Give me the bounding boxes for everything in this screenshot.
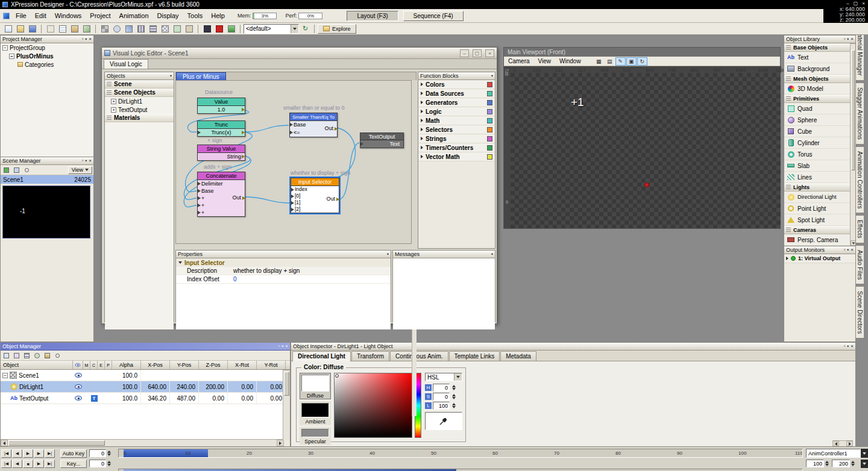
object-row-textoutput[interactable]: Ab TextOutput T 100.0 346.20 487.00 0.00… bbox=[1, 393, 290, 404]
safe-area-icon[interactable]: ▦ bbox=[594, 57, 604, 66]
float-icon[interactable]: ▫ bbox=[844, 344, 846, 349]
menu-edit[interactable]: Edit bbox=[31, 10, 51, 21]
pin-icon[interactable]: ▪ bbox=[85, 37, 87, 42]
object-manager-hscrollbar[interactable] bbox=[1, 439, 284, 446]
function-block-generators[interactable]: Generators bbox=[418, 98, 495, 107]
menu-tools[interactable]: Tools bbox=[183, 10, 207, 21]
node-concatenate[interactable]: Concatenate Delimiter Base + + + Out bbox=[197, 172, 245, 217]
scene-profile-combo[interactable]: <default> bbox=[244, 24, 299, 34]
property-row-description[interactable]: Description whether to display + sign bbox=[176, 267, 391, 275]
anim-controller-combo[interactable]: AnimController1 bbox=[806, 449, 861, 458]
tab-transform[interactable]: Transform bbox=[351, 351, 389, 361]
library-scrollbar[interactable] bbox=[850, 43, 855, 246]
take-online-icon[interactable] bbox=[213, 23, 225, 34]
minimize-button[interactable]: – bbox=[846, 1, 849, 6]
menu-file[interactable]: File bbox=[11, 10, 31, 21]
go-to-start-button[interactable]: |◀ bbox=[1, 449, 11, 458]
objects-section-materials[interactable]: Materials bbox=[105, 114, 174, 122]
object-row-dirlight1[interactable]: DirLight1 100.0 640.00 240.00 200.00 0.0… bbox=[1, 381, 290, 393]
align-left-icon[interactable] bbox=[135, 23, 146, 34]
group-icon[interactable] bbox=[171, 23, 183, 34]
function-block-vector-math[interactable]: Vector Math bbox=[418, 152, 495, 161]
node-string-value[interactable]: String Value String bbox=[197, 145, 245, 161]
object-row-scene1[interactable]: − Scene1 100.0 bbox=[1, 370, 290, 381]
float-icon[interactable]: ▫ bbox=[278, 344, 280, 349]
float-icon[interactable]: ▫ bbox=[844, 248, 846, 252]
function-block-selectors[interactable]: Selectors bbox=[418, 125, 495, 134]
s-spinner-arrows[interactable] bbox=[451, 393, 457, 401]
expand-icon[interactable]: + bbox=[111, 99, 116, 104]
view-dropdown-button[interactable]: View bbox=[68, 166, 92, 174]
open-project-icon[interactable] bbox=[14, 23, 26, 34]
library-item-sphere[interactable]: Sphere bbox=[784, 114, 851, 126]
new-project-icon[interactable] bbox=[2, 23, 14, 34]
properties-group-input-selector[interactable]: Input Selector bbox=[176, 258, 391, 267]
h-spinner-arrows[interactable] bbox=[451, 384, 457, 391]
tab-scene-directors[interactable]: Scene Directors bbox=[856, 286, 864, 338]
library-item-slab[interactable]: Slab bbox=[784, 160, 851, 172]
pin-icon[interactable]: ▪ bbox=[170, 73, 172, 78]
go-to-end-button-2[interactable]: ▶| bbox=[45, 460, 55, 468]
search-icon[interactable] bbox=[53, 352, 62, 360]
go-to-start-button-2[interactable]: |◀ bbox=[1, 460, 11, 468]
tab-metadata[interactable]: Metadata bbox=[500, 351, 536, 361]
viewport-menu-window[interactable]: Window bbox=[555, 58, 585, 64]
close-panel-icon[interactable]: × bbox=[851, 248, 854, 252]
preview-icon[interactable]: ▣ bbox=[626, 57, 637, 66]
range-start-field[interactable]: 0 bbox=[89, 460, 106, 467]
objects-item-textoutput[interactable]: +TextOutput bbox=[105, 105, 174, 114]
tab-visual-logic[interactable]: Visual Logic bbox=[104, 59, 148, 69]
library-item-spot-light[interactable]: Spot Light bbox=[784, 214, 851, 226]
column-y-pos[interactable]: Y-Pos bbox=[170, 361, 199, 369]
specular-swatch-button[interactable]: Specular bbox=[300, 427, 331, 445]
end2-spinner-arrows[interactable] bbox=[850, 460, 856, 467]
float-icon[interactable]: ▫ bbox=[844, 37, 846, 42]
step-back-button[interactable]: ◀ bbox=[12, 449, 22, 458]
library-item-point-light[interactable]: Point Light bbox=[784, 203, 851, 214]
frame-spinner-arrows[interactable] bbox=[106, 449, 112, 457]
close-button[interactable]: × bbox=[485, 49, 494, 57]
tree-item-projectgroup[interactable]: − ProjectGroup bbox=[1, 43, 93, 52]
refresh-icon[interactable]: ↻ bbox=[300, 23, 311, 34]
tab-stagger-animations[interactable]: Stagger Animations bbox=[856, 83, 864, 145]
visibility-eye-icon[interactable] bbox=[75, 396, 82, 401]
column-flag-m[interactable]: M bbox=[83, 361, 90, 369]
pin-icon[interactable]: ▪ bbox=[491, 73, 493, 78]
collapse-icon[interactable]: − bbox=[2, 45, 8, 51]
logic-canvas[interactable]: Datasource Value 1.0 Trunc Trunc(x) + si… bbox=[175, 80, 412, 244]
l-spinner-arrows[interactable] bbox=[451, 402, 457, 410]
objects-item-dirlight1[interactable]: +DirLight1 bbox=[105, 97, 174, 105]
scene-text-object[interactable]: +1 bbox=[571, 96, 584, 109]
step-back-button-2[interactable]: ◀ bbox=[12, 460, 22, 468]
auto-key-button[interactable]: Auto Key bbox=[60, 449, 87, 458]
layout-mode-button[interactable]: Layout (F3) bbox=[347, 11, 398, 21]
library-item-cylinder[interactable]: Cylinder bbox=[784, 137, 851, 149]
play-button[interactable]: ▶ bbox=[23, 449, 33, 458]
viewport-menu-view[interactable]: View bbox=[534, 58, 556, 64]
end1-spinner-arrows[interactable] bbox=[824, 460, 830, 467]
expand-icon[interactable]: + bbox=[111, 107, 116, 113]
library-section-mesh-objects[interactable]: Mesh Objects bbox=[784, 75, 851, 83]
current-frame-field[interactable]: 0 bbox=[89, 449, 106, 457]
column-x-rot[interactable]: X-Rot bbox=[228, 361, 257, 369]
h-spinner[interactable]: 0 bbox=[433, 384, 450, 391]
library-item-directional-light[interactable]: Directional Light bbox=[784, 192, 851, 203]
add-scene-icon[interactable] bbox=[2, 166, 11, 174]
grid-icon[interactable]: ▤ bbox=[605, 57, 615, 66]
vle-titlebar[interactable]: Visual Logic Editor - Scene1 – ▢ × bbox=[102, 48, 497, 59]
diffuse-swatch-button[interactable]: Diffuse bbox=[300, 373, 331, 399]
menu-windows[interactable]: Windows bbox=[51, 10, 86, 21]
expand-all-icon[interactable] bbox=[2, 352, 11, 360]
library-item-torus[interactable]: Torus bbox=[784, 149, 851, 160]
visibility-eye-icon[interactable] bbox=[75, 373, 82, 378]
cut-icon[interactable] bbox=[45, 23, 56, 34]
float-icon[interactable]: ▫ bbox=[82, 37, 84, 42]
library-item-text[interactable]: AbText bbox=[784, 52, 851, 63]
timeline-ruler[interactable]: 0 10 20 30 40 50 60 70 80 90 100 110 bbox=[118, 449, 803, 458]
viewport-menu-camera[interactable]: Camera bbox=[504, 58, 534, 64]
maximize-button[interactable]: ▢ bbox=[854, 1, 858, 6]
chevron-down-icon[interactable] bbox=[291, 25, 298, 33]
scene-list-item[interactable]: Scene1 24025 bbox=[1, 175, 93, 184]
close-panel-icon[interactable]: × bbox=[285, 344, 288, 349]
lock-icon[interactable] bbox=[183, 23, 195, 34]
